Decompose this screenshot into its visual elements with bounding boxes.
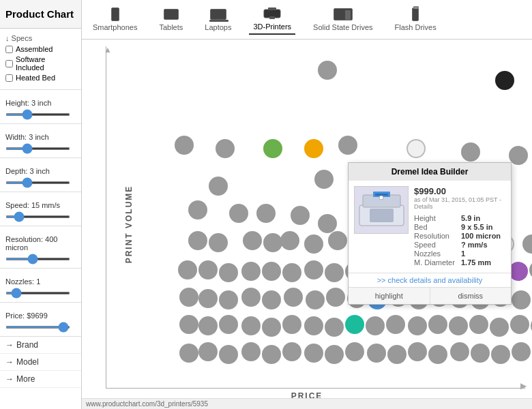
product-dot[interactable] <box>262 290 281 309</box>
product-dot[interactable] <box>325 345 344 364</box>
filter-heated-bed[interactable]: Heated Bed <box>5 74 76 82</box>
product-dot[interactable] <box>216 139 235 158</box>
product-dot[interactable] <box>241 342 261 361</box>
product-dot[interactable] <box>325 318 344 337</box>
cat-ssd[interactable]: Solid State Drives <box>309 5 376 34</box>
filter-software[interactable]: Software Included <box>5 55 76 72</box>
product-dot[interactable] <box>512 290 531 309</box>
software-checkbox[interactable] <box>5 60 13 67</box>
product-dot[interactable] <box>345 315 364 334</box>
product-dot[interactable] <box>262 318 281 337</box>
product-dot[interactable] <box>428 315 447 334</box>
heated-checkbox[interactable] <box>5 74 13 82</box>
product-dot[interactable] <box>219 315 238 334</box>
product-dot[interactable] <box>188 200 207 219</box>
product-dot[interactable] <box>386 315 405 334</box>
product-dot[interactable] <box>509 262 528 281</box>
product-dot[interactable] <box>407 139 426 158</box>
product-dot[interactable] <box>318 61 337 80</box>
product-dot[interactable] <box>328 231 347 250</box>
product-dot[interactable] <box>318 214 337 233</box>
resolution-slider[interactable] <box>5 258 70 260</box>
product-dot[interactable] <box>241 288 261 307</box>
product-dot[interactable] <box>178 260 197 279</box>
product-dot[interactable] <box>256 204 276 223</box>
product-dot[interactable] <box>304 234 323 254</box>
product-dot[interactable] <box>282 315 301 334</box>
product-dot[interactable] <box>314 170 334 189</box>
cat-3dprinters[interactable]: 3D-Printers <box>249 4 295 35</box>
product-dot[interactable] <box>450 342 469 361</box>
product-dot[interactable] <box>512 342 531 361</box>
nav-brand[interactable]: → Brand <box>0 337 81 354</box>
product-dot[interactable] <box>280 231 299 250</box>
assembled-checkbox[interactable] <box>5 46 13 53</box>
product-dot[interactable] <box>387 345 407 364</box>
product-dot[interactable] <box>428 345 447 364</box>
product-dot[interactable] <box>367 344 386 363</box>
nav-more[interactable]: → More <box>0 371 81 388</box>
product-dot[interactable] <box>306 290 325 309</box>
product-dot[interactable] <box>471 344 490 363</box>
product-dot[interactable] <box>175 136 194 155</box>
product-dot[interactable] <box>338 136 357 155</box>
product-dot[interactable] <box>449 316 468 335</box>
product-dot[interactable] <box>408 316 427 335</box>
cat-laptops[interactable]: Laptops <box>201 5 235 34</box>
product-dot[interactable] <box>219 345 238 364</box>
product-dot[interactable] <box>263 233 282 252</box>
product-dot[interactable] <box>491 345 510 364</box>
product-dot[interactable] <box>219 290 238 309</box>
cat-smartphones[interactable]: Smartphones <box>89 5 141 34</box>
product-dot[interactable] <box>241 262 261 281</box>
product-dot[interactable] <box>529 260 532 279</box>
product-dot[interactable] <box>198 289 218 308</box>
product-dot[interactable] <box>304 260 323 279</box>
product-dot[interactable] <box>209 177 228 196</box>
cat-tablets[interactable]: Tablets <box>155 5 187 34</box>
product-dot[interactable] <box>243 231 262 250</box>
product-dot[interactable] <box>510 315 529 334</box>
product-dot[interactable] <box>262 262 281 281</box>
highlight-button[interactable]: highlight <box>349 288 430 304</box>
product-dot[interactable] <box>304 344 323 363</box>
product-dot[interactable] <box>179 315 198 334</box>
product-dot[interactable] <box>469 315 488 334</box>
product-dot[interactable] <box>179 344 198 363</box>
product-dot[interactable] <box>461 142 480 162</box>
speed-slider[interactable] <box>5 215 70 218</box>
product-dot[interactable] <box>219 263 238 282</box>
product-dot[interactable] <box>522 234 532 254</box>
cat-flash[interactable]: Flash Drives <box>391 5 441 34</box>
product-dot[interactable] <box>408 342 427 361</box>
product-dot[interactable] <box>495 71 514 90</box>
product-dot[interactable] <box>326 288 345 307</box>
popup-check-link[interactable]: >> check details and availability <box>349 273 511 287</box>
height-slider[interactable] <box>5 113 70 116</box>
depth-slider[interactable] <box>5 181 70 184</box>
product-dot[interactable] <box>490 318 509 337</box>
product-dot[interactable] <box>366 316 385 335</box>
product-dot[interactable] <box>179 288 198 307</box>
product-dot[interactable] <box>282 263 301 282</box>
product-dot[interactable] <box>345 342 364 361</box>
product-dot[interactable] <box>509 146 528 165</box>
product-dot[interactable] <box>188 231 207 250</box>
price-slider[interactable] <box>5 326 70 329</box>
product-dot[interactable] <box>198 316 218 335</box>
product-dot[interactable] <box>262 345 281 364</box>
product-dot[interactable] <box>229 204 248 223</box>
filter-assembled[interactable]: Assembled <box>5 45 76 53</box>
product-dot[interactable] <box>209 233 228 252</box>
product-dot[interactable] <box>291 206 310 225</box>
product-dot[interactable] <box>304 139 323 158</box>
width-slider[interactable] <box>5 147 70 150</box>
product-dot[interactable] <box>304 316 323 335</box>
product-dot[interactable] <box>198 342 218 361</box>
product-dot[interactable] <box>198 260 218 279</box>
nozzles-slider[interactable] <box>5 292 70 294</box>
product-dot[interactable] <box>282 342 301 361</box>
product-dot[interactable] <box>263 139 282 158</box>
nav-model[interactable]: → Model <box>0 354 81 371</box>
product-dot[interactable] <box>241 316 261 335</box>
